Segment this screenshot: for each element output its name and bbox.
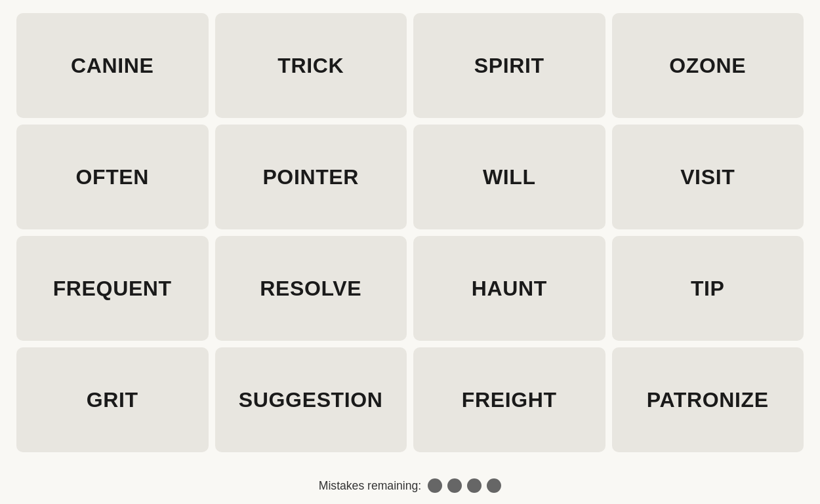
mistake-dot-1: [428, 478, 442, 493]
word-label-haunt: HAUNT: [472, 277, 547, 301]
mistakes-remaining-row: Mistakes remaining:: [319, 478, 501, 493]
word-card-frequent[interactable]: FREQUENT: [16, 236, 209, 341]
word-card-pointer[interactable]: POINTER: [215, 125, 407, 229]
word-card-canine[interactable]: CANINE: [16, 13, 209, 118]
mistake-dot-2: [447, 478, 462, 493]
word-label-canine: CANINE: [71, 54, 154, 78]
word-card-visit[interactable]: VISIT: [612, 125, 804, 229]
mistake-dot-3: [467, 478, 482, 493]
word-label-tip: TIP: [691, 277, 725, 301]
word-card-patronize[interactable]: PATRONIZE: [612, 347, 804, 452]
word-card-freight[interactable]: FREIGHT: [413, 347, 605, 452]
word-label-trick: TRICK: [277, 54, 344, 78]
word-label-spirit: SPIRIT: [474, 54, 544, 78]
word-label-resolve: RESOLVE: [260, 277, 361, 301]
word-label-visit: VISIT: [680, 165, 735, 189]
word-label-patronize: PATRONIZE: [647, 388, 769, 412]
word-label-will: WILL: [483, 165, 536, 189]
word-label-grit: GRIT: [87, 388, 138, 412]
word-card-tip[interactable]: TIP: [612, 236, 804, 341]
word-label-freight: FREIGHT: [462, 388, 557, 412]
word-card-haunt[interactable]: HAUNT: [413, 236, 605, 341]
word-card-often[interactable]: OFTEN: [16, 125, 209, 229]
word-card-grit[interactable]: GRIT: [16, 347, 209, 452]
mistakes-label: Mistakes remaining:: [319, 479, 421, 493]
word-card-ozone[interactable]: OZONE: [612, 13, 804, 118]
word-card-resolve[interactable]: RESOLVE: [215, 236, 407, 341]
mistake-dot-4: [487, 478, 501, 493]
mistakes-dots: [428, 478, 501, 493]
word-label-often: OFTEN: [75, 165, 149, 189]
word-label-frequent: FREQUENT: [53, 277, 172, 301]
word-label-pointer: POINTER: [262, 165, 359, 189]
word-label-ozone: OZONE: [669, 54, 746, 78]
word-card-suggestion[interactable]: SUGGESTION: [215, 347, 407, 452]
word-label-suggestion: SUGGESTION: [239, 388, 383, 412]
word-grid: CANINETRICKSPIRITOZONEOFTENPOINTERWILLVI…: [16, 13, 804, 452]
word-card-trick[interactable]: TRICK: [215, 13, 407, 118]
word-card-spirit[interactable]: SPIRIT: [413, 13, 605, 118]
word-card-will[interactable]: WILL: [413, 125, 605, 229]
